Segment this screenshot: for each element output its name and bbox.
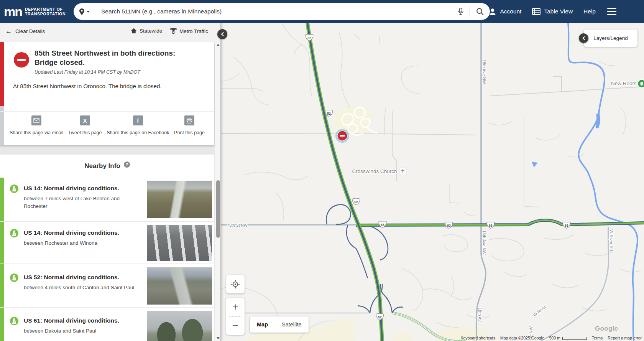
- 511mn-app: mn DEPARTMENT OF TRANSPORTATION Ac: [0, 0, 644, 341]
- terms-link[interactable]: Terms: [592, 336, 603, 340]
- zoom-in-button[interactable]: +: [226, 298, 245, 316]
- nearby-item-title: US 14: Normal driving conditions.: [24, 229, 119, 236]
- section-gap: [0, 145, 214, 155]
- clear-details-button[interactable]: ← Clear Details: [5, 28, 45, 35]
- panel-subheader: ← Clear Details Statewide Metro Traffic: [0, 23, 220, 42]
- layers-legend-button[interactable]: Layers/Legend: [584, 30, 637, 47]
- svg-text:52: 52: [354, 200, 358, 204]
- details-side-panel: ← Clear Details Statewide Metro Traffic …: [0, 23, 221, 341]
- hamburger-menu-icon[interactable]: [606, 7, 617, 17]
- w-river-rd-label: W River Rd: [609, 229, 614, 251]
- share-email-button[interactable]: Share this page via email: [10, 115, 63, 145]
- new-roots-poi-icon[interactable]: [638, 80, 644, 88]
- map-data-text: Map data ©2025 Google: [500, 336, 544, 340]
- church-poi-icon[interactable]: [399, 167, 407, 175]
- scale-label: 500 m: [549, 336, 560, 340]
- nearby-item-us52[interactable]: US 52: Normal driving conditions. betwee…: [0, 264, 214, 307]
- nearby-info-title: Nearby Info: [84, 162, 120, 170]
- normal-condition-stripe: [0, 222, 4, 264]
- panel-collapse-button[interactable]: [217, 29, 227, 39]
- camera-thumbnail: [147, 181, 212, 218]
- help-button[interactable]: Help: [583, 8, 596, 15]
- road-condition-icon: [10, 185, 18, 193]
- metro-traffic-icon: [170, 28, 177, 34]
- table-view-button[interactable]: Table View: [532, 8, 573, 15]
- report-error-link[interactable]: Report a map error: [608, 336, 642, 340]
- new-roots-label: New Roots: [611, 81, 636, 86]
- search-input[interactable]: [95, 8, 452, 15]
- scrollbar-thumb[interactable]: [216, 180, 220, 238]
- camera-thumbnail: [147, 225, 212, 261]
- chevron-left-icon: [582, 36, 586, 40]
- svg-text:63: 63: [381, 223, 384, 227]
- incident-updated-timestamp: Updated Last Friday at 10:14 PM CST by M…: [34, 69, 140, 75]
- top-navbar: mn DEPARTMENT OF TRANSPORTATION Ac: [0, 0, 644, 23]
- metro-traffic-label: Metro Traffic: [179, 28, 208, 34]
- normal-condition-stripe: [0, 264, 4, 307]
- search-icon: [476, 8, 484, 16]
- scale-control: 500 m: [549, 336, 587, 340]
- road-closed-icon: [14, 52, 29, 68]
- metro-traffic-button[interactable]: Metro Traffic: [170, 28, 208, 34]
- map-type-toggle: Map Satellite: [250, 316, 309, 333]
- incident-title: 85th Street Northwest in both directions…: [34, 49, 188, 67]
- svg-text:63: 63: [565, 224, 568, 227]
- church-label: Crosswinds Church: [352, 168, 397, 174]
- zoom-out-button[interactable]: −: [226, 317, 245, 335]
- facebook-icon: f: [133, 115, 143, 125]
- svg-text:63: 63: [447, 224, 451, 227]
- panel-scrollbar[interactable]: [215, 42, 221, 341]
- svg-text:52: 52: [378, 315, 382, 319]
- closure-severity-stripe: [0, 42, 4, 106]
- google-watermark[interactable]: Google: [595, 325, 618, 333]
- print-page-button[interactable]: Print this page: [174, 115, 205, 145]
- ave-18-label-3: 18th Av: [478, 308, 482, 322]
- location-type-selector[interactable]: [74, 3, 95, 20]
- share-tweet-button[interactable]: X Tweet this page: [68, 115, 102, 145]
- geolocate-icon: [231, 280, 240, 289]
- table-view-label: Table View: [544, 8, 573, 15]
- account-button[interactable]: Account: [489, 8, 521, 15]
- search-submit-button[interactable]: [470, 3, 490, 20]
- map-area: 75th St NW 18th Ave NW 18th Ave NW 18th …: [221, 23, 644, 341]
- my-location-button[interactable]: [226, 275, 245, 293]
- layers-collapse-circle[interactable]: [579, 33, 588, 43]
- voice-search-button[interactable]: [452, 3, 470, 20]
- location-pin-icon: [79, 8, 85, 15]
- zoom-controls: + −: [226, 298, 245, 335]
- map-type-satellite[interactable]: Satellite: [275, 316, 309, 333]
- nearby-item-us61[interactable]: US 61: Normal driving conditions. betwee…: [0, 308, 214, 341]
- statewide-button[interactable]: Statewide: [131, 28, 162, 34]
- incident-description: At 85th Street Northwest in Oronoco. The…: [13, 83, 197, 89]
- back-arrow-icon: ←: [5, 28, 12, 35]
- map-attribution: Keyboard shortcuts Map data ©2025 Google…: [460, 336, 642, 340]
- mndot-logo[interactable]: mn DEPARTMENT OF TRANSPORTATION: [4, 3, 66, 20]
- svg-text:52: 52: [307, 36, 311, 40]
- table-view-icon: [532, 8, 540, 15]
- keyboard-shortcuts-link[interactable]: Keyboard shortcuts: [460, 336, 495, 340]
- nearby-help-icon[interactable]: ?: [124, 161, 130, 168]
- microphone-icon: [457, 8, 464, 15]
- map-canvas[interactable]: 75th St NW 18th Ave NW 18th Ave NW 18th …: [221, 23, 644, 341]
- map-type-map[interactable]: Map: [250, 316, 275, 333]
- nearby-info-header: Nearby Info ?: [0, 155, 214, 178]
- scroll-down-arrow[interactable]: [217, 337, 220, 339]
- incident-marker[interactable]: [335, 129, 349, 143]
- road-condition-icon: [10, 273, 18, 282]
- printer-icon: [184, 115, 194, 125]
- camera-thumbnail: [147, 311, 212, 341]
- camera-thumbnail: [147, 267, 212, 305]
- nearby-item-us14-east[interactable]: US 14: Normal driving conditions. betwee…: [0, 222, 214, 264]
- nearby-item-location: between 4 miles south of Canton and Sain…: [24, 284, 141, 292]
- scroll-up-arrow[interactable]: [217, 44, 220, 46]
- account-label: Account: [500, 8, 521, 15]
- help-label: Help: [583, 8, 596, 15]
- nearby-item-title: US 14: Normal driving conditions.: [24, 185, 119, 192]
- statewide-label: Statewide: [140, 28, 162, 34]
- panel-content: 85th Street Northwest in both directions…: [0, 42, 214, 341]
- chevron-left-icon: [220, 32, 225, 36]
- nearby-item-us14-west[interactable]: US 14: Normal driving conditions. betwee…: [0, 178, 214, 221]
- share-facebook-button[interactable]: f Share this page on Facebook: [107, 115, 169, 145]
- road-condition-icon: [10, 317, 18, 325]
- home-icon: [131, 28, 137, 34]
